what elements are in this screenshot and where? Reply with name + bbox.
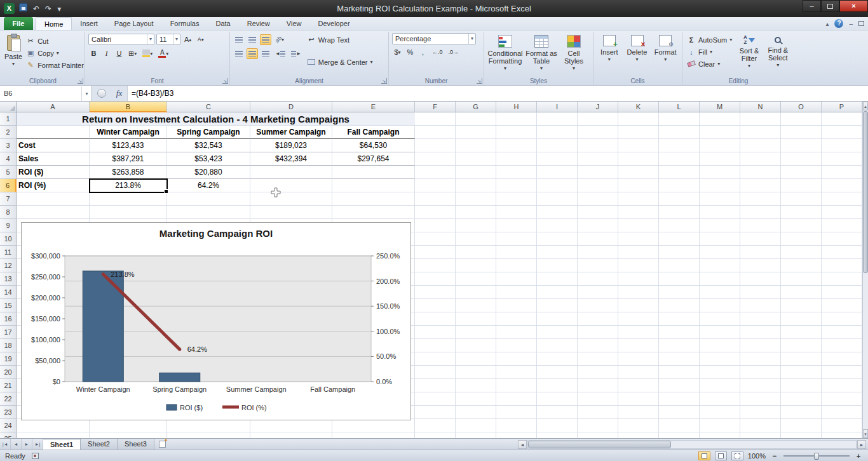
cell-L22[interactable] [659, 392, 700, 406]
cell-I4[interactable] [537, 152, 578, 166]
row-header-25[interactable]: 25 [0, 432, 17, 438]
cell-F3[interactable] [415, 139, 456, 152]
column-header-P[interactable]: P [822, 102, 862, 112]
cell-C8[interactable] [167, 206, 250, 219]
cell-N7[interactable] [740, 192, 781, 206]
cell-N1[interactable] [740, 112, 781, 126]
cell-H18[interactable] [496, 339, 537, 352]
cell-G9[interactable] [456, 219, 496, 232]
cell-M11[interactable] [700, 246, 740, 259]
cell-L23[interactable] [659, 406, 700, 419]
decrease-decimal-button[interactable]: .0→ [447, 47, 461, 58]
row-header-3[interactable]: 3 [0, 139, 17, 152]
cell-N16[interactable] [740, 312, 781, 326]
cell-P8[interactable] [822, 206, 862, 219]
cell-L24[interactable] [659, 419, 700, 432]
cell-C4[interactable]: $53,423 [167, 152, 250, 166]
cell-M24[interactable] [700, 419, 740, 432]
format-cells-button[interactable]: ⚙ Format ▾ [652, 33, 679, 76]
cell-M17[interactable] [700, 326, 740, 339]
cell-D8[interactable] [250, 206, 332, 219]
cell-H24[interactable] [496, 419, 537, 432]
cell-N12[interactable] [740, 259, 781, 272]
tab-review[interactable]: Review [239, 17, 278, 30]
column-header-H[interactable]: H [496, 102, 537, 112]
cell-N10[interactable] [740, 232, 781, 246]
zoom-slider[interactable] [783, 451, 850, 460]
cell-J9[interactable] [578, 219, 618, 232]
cell-D2[interactable]: Summer Campaign [250, 126, 332, 139]
cell-N18[interactable] [740, 339, 781, 352]
font-dialog-launcher[interactable] [222, 78, 228, 84]
cell-F22[interactable] [415, 392, 456, 406]
cell-N20[interactable] [740, 366, 781, 379]
cell-F11[interactable] [415, 246, 456, 259]
cell-G20[interactable] [456, 366, 496, 379]
cell-H25[interactable] [496, 432, 537, 438]
cell-J18[interactable] [578, 339, 618, 352]
insert-cells-button[interactable]: + Insert ▾ [597, 33, 622, 76]
workbook-restore-icon[interactable] [858, 20, 864, 27]
row-header-5[interactable]: 5 [0, 166, 17, 179]
increase-decimal-button[interactable]: ←.0 [430, 47, 445, 58]
cell-G7[interactable] [456, 192, 496, 206]
cell-K11[interactable] [618, 246, 659, 259]
help-icon[interactable]: ? [834, 19, 843, 28]
cell-H7[interactable] [496, 192, 537, 206]
format-painter-button[interactable]: ✎Format Painter [25, 60, 85, 70]
name-box[interactable]: B6 ▾ [0, 86, 92, 101]
cell-G2[interactable] [456, 126, 496, 139]
cell-N24[interactable] [740, 419, 781, 432]
cell-I9[interactable] [537, 219, 578, 232]
cell-P5[interactable] [822, 166, 862, 179]
clipboard-dialog-launcher[interactable] [78, 78, 83, 84]
cell-J11[interactable] [578, 246, 618, 259]
cell-H11[interactable] [496, 246, 537, 259]
collapse-ribbon-icon[interactable]: ▴ [825, 20, 829, 27]
cell-G16[interactable] [456, 312, 496, 326]
cell-F21[interactable] [415, 379, 456, 392]
cell-J12[interactable] [578, 259, 618, 272]
cell-H17[interactable] [496, 326, 537, 339]
sort-filter-button[interactable]: AZ Sort & Filter ▾ [736, 33, 762, 76]
row-header-1[interactable]: 1 [0, 112, 17, 126]
vertical-scrollbar[interactable]: ▲ ▼ [862, 102, 868, 438]
number-dialog-launcher[interactable] [477, 78, 482, 84]
cell-G25[interactable] [456, 432, 496, 438]
cell-G22[interactable] [456, 392, 496, 406]
close-button[interactable]: × [839, 0, 868, 12]
cell-O18[interactable] [781, 339, 822, 352]
row-header-8[interactable]: 8 [0, 206, 17, 219]
cell-M10[interactable] [700, 232, 740, 246]
cell-C25[interactable] [167, 432, 250, 438]
cell-D25[interactable] [250, 432, 332, 438]
cell-F16[interactable] [415, 312, 456, 326]
cell-I6[interactable] [537, 179, 578, 192]
cell-E8[interactable] [332, 206, 415, 219]
cell-K24[interactable] [618, 419, 659, 432]
cell-L15[interactable] [659, 299, 700, 312]
cell-C24[interactable] [167, 419, 250, 432]
cell-H8[interactable] [496, 206, 537, 219]
cell-I25[interactable] [537, 432, 578, 438]
normal-view-button[interactable] [698, 451, 710, 460]
cell-J23[interactable] [578, 406, 618, 419]
cell-L6[interactable] [659, 179, 700, 192]
cell-P9[interactable] [822, 219, 862, 232]
cell-H9[interactable] [496, 219, 537, 232]
copy-button[interactable]: ▣Copy▾ [25, 48, 85, 58]
column-header-M[interactable]: M [700, 102, 740, 112]
fill-color-button[interactable]: ▾ [140, 48, 154, 59]
wrap-text-button[interactable]: ↩Wrap Text [306, 34, 374, 45]
cell-P22[interactable] [822, 392, 862, 406]
cell-D6[interactable] [250, 179, 332, 192]
cell-N11[interactable] [740, 246, 781, 259]
zoom-level[interactable]: 100% [748, 452, 766, 460]
cell-E4[interactable]: $297,654 [332, 152, 415, 166]
cell-I23[interactable] [537, 406, 578, 419]
cell-G3[interactable] [456, 139, 496, 152]
shrink-font-button[interactable]: A▾ [195, 34, 206, 45]
cell-M15[interactable] [700, 299, 740, 312]
percent-style-button[interactable]: % [405, 47, 416, 58]
cell-F13[interactable] [415, 272, 456, 286]
